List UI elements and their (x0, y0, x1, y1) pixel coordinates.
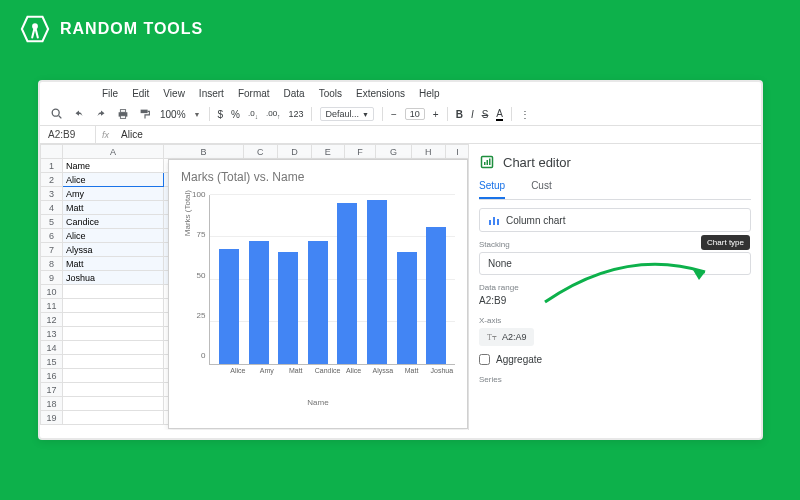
x-tick: Alice (228, 367, 248, 374)
menu-help[interactable]: Help (419, 88, 440, 99)
namebox-row: A2:B9 fx Alice (40, 126, 761, 144)
cell[interactable]: Alyssa (63, 243, 164, 257)
bold-button[interactable]: B (456, 109, 463, 120)
row-head[interactable]: 2 (41, 173, 63, 187)
row-head[interactable]: 14 (41, 341, 63, 355)
redo-icon[interactable] (94, 107, 108, 121)
row-head[interactable]: 10 (41, 285, 63, 299)
col-head[interactable]: E (311, 145, 344, 159)
x-tick: Alice (344, 367, 364, 374)
paint-format-icon[interactable] (138, 107, 152, 121)
embedded-chart[interactable]: Marks (Total) vs. Name Marks (Total) 100… (168, 159, 468, 429)
undo-icon[interactable] (72, 107, 86, 121)
dec-increase-button[interactable]: .00↑ (266, 109, 280, 120)
row-head[interactable]: 6 (41, 229, 63, 243)
chart-bar (367, 200, 387, 364)
font-select[interactable]: Defaul...▼ (320, 107, 373, 121)
datarange-value[interactable]: A2:B9 (479, 295, 751, 306)
cell[interactable] (63, 327, 164, 341)
cell[interactable] (63, 397, 164, 411)
cell[interactable]: Alice (63, 173, 164, 187)
svg-rect-6 (141, 110, 148, 114)
cell[interactable] (63, 285, 164, 299)
x-tick: Joshua (431, 367, 451, 374)
cell[interactable]: Matt (63, 257, 164, 271)
cell[interactable]: Alice (63, 229, 164, 243)
menu-insert[interactable]: Insert (199, 88, 224, 99)
toolbar-more-button[interactable]: ⋮ (520, 109, 530, 120)
name-box[interactable]: A2:B9 (40, 126, 96, 143)
cell[interactable] (63, 313, 164, 327)
tab-setup[interactable]: Setup (479, 180, 505, 199)
row-head[interactable]: 15 (41, 355, 63, 369)
chart-type-select[interactable]: Column chart Chart type (479, 208, 751, 232)
font-size-input[interactable]: 10 (405, 108, 425, 120)
col-head[interactable]: I (445, 145, 468, 159)
cell[interactable]: Amy (63, 187, 164, 201)
menu-tools[interactable]: Tools (319, 88, 342, 99)
font-dec-button[interactable]: − (391, 109, 397, 120)
text-color-button[interactable]: A (496, 108, 503, 121)
fx-icon: fx (96, 130, 115, 140)
row-head[interactable]: 4 (41, 201, 63, 215)
italic-button[interactable]: I (471, 109, 474, 120)
row-head[interactable]: 18 (41, 397, 63, 411)
currency-button[interactable]: $ (218, 109, 224, 120)
svg-rect-4 (120, 110, 125, 113)
col-head[interactable]: B (164, 145, 244, 159)
chart-editor-panel: Chart editor Setup Cust Column chart Cha… (468, 144, 761, 430)
menu-edit[interactable]: Edit (132, 88, 149, 99)
cell[interactable]: Matt (63, 201, 164, 215)
x-axis-label: Name (181, 398, 455, 407)
row-head[interactable]: 17 (41, 383, 63, 397)
cell[interactable] (63, 383, 164, 397)
row-head[interactable]: 12 (41, 313, 63, 327)
col-head[interactable]: H (411, 145, 445, 159)
print-icon[interactable] (116, 107, 130, 121)
row-head[interactable]: 3 (41, 187, 63, 201)
col-head[interactable]: A (63, 145, 164, 159)
cell[interactable] (63, 369, 164, 383)
menu-view[interactable]: View (163, 88, 185, 99)
zoom-select[interactable]: 100% (160, 109, 186, 120)
xaxis-chip[interactable]: Tᴛ A2:A9 (479, 328, 534, 346)
row-head[interactable]: 8 (41, 257, 63, 271)
col-head[interactable]: F (344, 145, 376, 159)
svg-rect-10 (489, 159, 491, 166)
cell[interactable] (63, 341, 164, 355)
tab-customize[interactable]: Cust (531, 180, 552, 199)
percent-button[interactable]: % (231, 109, 240, 120)
col-head[interactable]: D (277, 145, 311, 159)
menu-extensions[interactable]: Extensions (356, 88, 405, 99)
cell[interactable] (63, 355, 164, 369)
col-head[interactable]: C (243, 145, 277, 159)
row-head[interactable]: 19 (41, 411, 63, 425)
font-inc-button[interactable]: + (433, 109, 439, 120)
row-head[interactable]: 1 (41, 159, 63, 173)
row-head[interactable]: 5 (41, 215, 63, 229)
cell[interactable] (63, 411, 164, 425)
formula-bar[interactable]: Alice (115, 126, 149, 143)
menu-file[interactable]: File (102, 88, 118, 99)
row-head[interactable]: 16 (41, 369, 63, 383)
dec-decrease-button[interactable]: .0↓ (248, 109, 258, 120)
aggregate-checkbox[interactable]: Aggregate (479, 354, 751, 365)
cell[interactable]: Joshua (63, 271, 164, 285)
col-head[interactable]: G (376, 145, 411, 159)
row-head[interactable]: 11 (41, 299, 63, 313)
menu-format[interactable]: Format (238, 88, 270, 99)
numfmt-button[interactable]: 123 (288, 109, 303, 119)
row-head[interactable]: 7 (41, 243, 63, 257)
row-head[interactable]: 9 (41, 271, 63, 285)
menu-data[interactable]: Data (284, 88, 305, 99)
stacking-select[interactable]: None (479, 252, 751, 275)
brand-logo-icon (20, 14, 50, 44)
cell[interactable]: Candice (63, 215, 164, 229)
cell[interactable] (63, 299, 164, 313)
search-icon[interactable] (50, 107, 64, 121)
spreadsheet-grid[interactable]: ABCDEFGHI1NameMarks2Alice3Amy4Matt5Candi… (40, 144, 468, 430)
row-head[interactable]: 13 (41, 327, 63, 341)
menubar: File Edit View Insert Format Data Tools … (40, 82, 761, 103)
cell[interactable]: Name (63, 159, 164, 173)
strike-button[interactable]: S (482, 109, 489, 120)
